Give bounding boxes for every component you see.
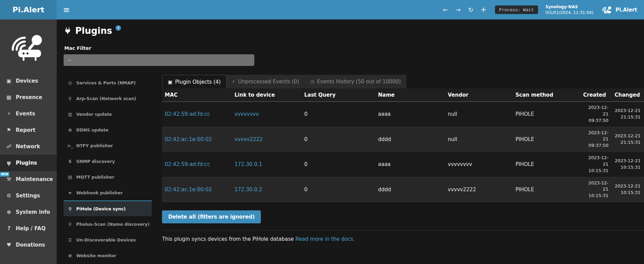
table-body: 02:42:59:ad:fd:ccvvvvvvvv0aaaanullPIHOLE… bbox=[162, 102, 644, 202]
sidebar-item-label: Presence bbox=[16, 94, 42, 100]
sidebar-item-label: Devices bbox=[16, 78, 38, 84]
sidebar-item-settings[interactable]: ⚙Settings bbox=[0, 187, 57, 204]
tab-events-history-50-out-of-10000[interactable]: ◷Events History (50 out of 10000) bbox=[305, 75, 406, 88]
sidebar-item-maintenance[interactable]: ⚒MaintenanceNEW bbox=[0, 171, 57, 187]
plugin-nav-item-pholus-scan-name-discovery[interactable]: ⚲Pholus-Scan (Name discovery) bbox=[64, 216, 152, 232]
table-row: 02:42:ac:1e:00:02vvvvv22220ddddnullPIHOL… bbox=[162, 127, 644, 152]
topbar-right: ← → ↻ ✛ Process: Wait Synology-NAS (01/0… bbox=[435, 4, 644, 15]
tab-unprocessed-events-0[interactable]: ⚡Unprocessed Events (0) bbox=[227, 75, 305, 88]
radar-icon: ◎ bbox=[67, 80, 73, 85]
scan-method-cell: PIHOLE bbox=[513, 108, 580, 120]
menu-icon[interactable]: ≡ bbox=[57, 5, 76, 15]
terminal-icon: >_ bbox=[67, 143, 73, 148]
plugin-description: This plugin syncs devices from the PiHol… bbox=[162, 230, 644, 242]
calendar-icon: ▦ bbox=[5, 94, 12, 100]
docs-link[interactable]: Read more in the docs. bbox=[295, 236, 354, 242]
brand-logo[interactable]: Pi.Alert bbox=[0, 0, 57, 19]
paper-plane-icon: ➤ bbox=[67, 190, 73, 195]
sidebar-item-donations[interactable]: ♥Donations bbox=[0, 237, 57, 253]
name-cell: aaaa bbox=[375, 108, 445, 120]
table-header-row: MACLink to deviceLast QueryNameVendorSca… bbox=[162, 88, 644, 102]
plugin-panel: ▣Plugin Objects (4)⚡Unprocessed Events (… bbox=[162, 75, 644, 263]
sidebar-item-help-faq[interactable]: ?Help / FAQ bbox=[0, 220, 57, 237]
created-cell: 2023-12-21 09:37:50 bbox=[580, 102, 612, 127]
device-link[interactable]: vvvvv2222 bbox=[232, 134, 301, 145]
tab-plugin-objects-4[interactable]: ▣Plugin Objects (4) bbox=[162, 75, 227, 88]
page-header: Plugins ? bbox=[64, 26, 644, 36]
plugin-nav-item-ntfy-publisher[interactable]: >_NTFY publisher bbox=[64, 138, 152, 153]
move-icon[interactable]: ✛ bbox=[481, 7, 486, 13]
vendor-cell: null bbox=[445, 134, 513, 145]
plugin-nav-item-mqtt-publisher[interactable]: ▤MQTT publisher bbox=[64, 169, 152, 185]
column-header-vendor: Vendor bbox=[445, 88, 513, 101]
column-header-mac: MAC bbox=[162, 88, 232, 101]
plugin-nav-item-webhook-publisher[interactable]: ➤Webhook publisher bbox=[64, 185, 152, 200]
binoculars-icon: ♊ bbox=[67, 237, 73, 242]
sidebar-item-label: Help / FAQ bbox=[16, 225, 45, 232]
changed-cell: 2023-12-21 10:15:31 bbox=[612, 155, 644, 173]
mac-filter-input[interactable] bbox=[64, 54, 254, 66]
column-header-scan-method: Scan method bbox=[513, 88, 580, 101]
refresh-icon[interactable]: ↻ bbox=[468, 7, 473, 13]
question-icon: ? bbox=[5, 225, 12, 232]
host-name: Synology-NAS bbox=[546, 4, 593, 10]
column-header-link-to-device: Link to device bbox=[232, 88, 301, 101]
plugin-nav-label: Un-Discoverable Devices bbox=[76, 237, 136, 242]
new-badge: NEW bbox=[0, 172, 9, 177]
route-icon: S bbox=[67, 159, 73, 164]
mac-link[interactable]: 02:42:ac:1e:00:02 bbox=[162, 184, 232, 195]
vendor-cell: null bbox=[445, 108, 513, 120]
vendor-cell: vvvvv2222 bbox=[445, 184, 513, 195]
device-link[interactable]: 172.30.0.2 bbox=[232, 184, 301, 195]
mac-link[interactable]: 02:42:59:ad:fd:cc bbox=[162, 158, 232, 170]
sidebar-item-presence[interactable]: ▦Presence bbox=[0, 89, 57, 106]
sidebar-item-label: Donations bbox=[16, 242, 45, 248]
pialert-logo bbox=[10, 31, 46, 61]
delete-all-button[interactable]: Delete all (filters are ignored) bbox=[162, 210, 261, 223]
plugin-objects-table: MACLink to deviceLast QueryNameVendorSca… bbox=[162, 88, 644, 202]
column-header-name: Name bbox=[375, 88, 445, 101]
globe-icon: ⊕ bbox=[5, 209, 12, 215]
sidebar-item-label: Settings bbox=[16, 193, 40, 199]
plug-icon bbox=[64, 27, 72, 35]
mac-link[interactable]: 02:42:ac:1e:00:02 bbox=[162, 134, 232, 145]
flag-icon: ⚑ bbox=[5, 127, 12, 133]
plugin-nav-item-un-discoverable-devices[interactable]: ♊Un-Discoverable Devices bbox=[64, 232, 152, 248]
sidebar-item-plugins[interactable]: ψPlugins bbox=[0, 155, 57, 171]
last-query-cell: 0 bbox=[301, 158, 375, 170]
device-link[interactable]: vvvvvvvv bbox=[232, 108, 301, 120]
forward-icon[interactable]: → bbox=[456, 7, 461, 13]
plugin-nav-item-snmp-discovery[interactable]: SSNMP discovery bbox=[64, 153, 152, 169]
plugin-nav-item-arp-scan-network-scan[interactable]: ⚲Arp-Scan (Network scan) bbox=[64, 91, 152, 106]
main-content: Plugins ? Mac Filter ◎Services & Ports (… bbox=[57, 19, 644, 264]
mac-link[interactable]: 02:42:59:ad:fd:cc bbox=[162, 108, 232, 120]
page-title-text: Plugins bbox=[75, 26, 112, 36]
plugin-nav-label: Website monitor bbox=[76, 253, 116, 258]
sidebar-item-label: Maintenance bbox=[16, 176, 53, 182]
sidebar-item-report[interactable]: ⚑Report bbox=[0, 122, 57, 138]
sidebar-item-devices[interactable]: ▣Devices bbox=[0, 73, 57, 89]
table-row: 02:42:59:ad:fd:ccvvvvvvvv0aaaanullPIHOLE… bbox=[162, 102, 644, 127]
sidebar-item-label: Events bbox=[16, 111, 35, 117]
sidebar-item-system-info[interactable]: ⊕System info bbox=[0, 204, 57, 220]
back-icon[interactable]: ← bbox=[443, 7, 448, 13]
tab-label: Events History (50 out of 10000) bbox=[317, 79, 401, 85]
help-badge[interactable]: ? bbox=[116, 25, 121, 31]
plugin-description-text: This plugin syncs devices from the PiHol… bbox=[162, 236, 295, 242]
table-row: 02:42:ac:1e:00:02172.30.0.20ddddvvvvv222… bbox=[162, 177, 644, 203]
device-link[interactable]: 172.30.0.1 bbox=[232, 158, 301, 170]
bolt-icon: ⚡ bbox=[232, 79, 236, 84]
plugin-nav-item-services-ports-nmap[interactable]: ◎Services & Ports (NMAP) bbox=[64, 75, 152, 91]
plugin-nav-item-website-monitor[interactable]: ⊕Website monitor bbox=[64, 248, 152, 263]
name-cell: dddd bbox=[375, 184, 445, 195]
sidebar-item-network[interactable]: ☍Network bbox=[0, 138, 57, 155]
plugin-nav-item-ddns-update[interactable]: ⊕DDNS update bbox=[64, 122, 152, 138]
column-header-last-query: Last Query bbox=[301, 88, 375, 101]
sidebar-item-events[interactable]: ⚡Events bbox=[0, 106, 57, 122]
process-status-badge: Process: Wait bbox=[495, 5, 538, 14]
wrench-icon: ⚒ bbox=[5, 176, 12, 182]
tabs: ▣Plugin Objects (4)⚡Unprocessed Events (… bbox=[162, 75, 406, 88]
plugin-nav-item-vendor-update[interactable]: ▥Vendor update bbox=[64, 106, 152, 122]
column-header-changed: Changed bbox=[612, 88, 644, 101]
plugin-nav-item-pihole-device-sync[interactable]: ⚲PiHole (Device sync) bbox=[64, 200, 152, 216]
